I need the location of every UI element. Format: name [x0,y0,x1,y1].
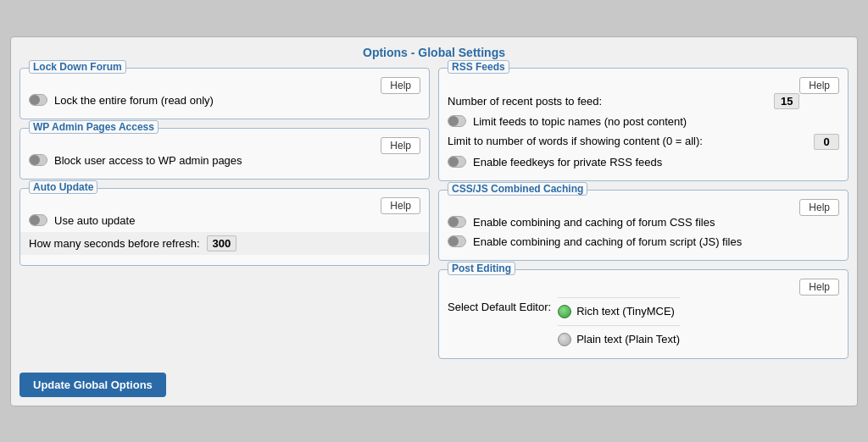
auto-update-toggle[interactable] [29,214,47,226]
editor-select-row: Select Default Editor: Rich text (TinyMC… [448,292,799,350]
bottom-bar: Update Global Options [19,367,849,397]
recent-posts-label: Number of recent posts to feed: [448,95,774,108]
wp-admin-toggle-row: Block user access to WP admin pages [29,151,381,170]
plain-text-icon [558,333,571,346]
limit-topic-toggle-row: Limit feeds to topic names (no post cont… [448,112,839,131]
css-js-title: CSS/JS Combined Caching [448,182,587,196]
limit-words-label: Limit to number of words if showing cont… [448,135,807,149]
page-title: Options - Global Settings [19,46,849,59]
auto-update-label: Use auto update [54,214,135,227]
limit-topic-toggle[interactable] [448,115,466,127]
lock-down-forum-title: Lock Down Forum [29,60,126,74]
auto-update-help-button[interactable]: Help [381,197,420,214]
rss-feeds-content: Number of recent posts to feed: 15 Limit… [448,91,839,172]
css-toggle[interactable] [448,216,466,228]
lock-forum-toggle[interactable] [29,94,47,106]
two-column-layout: Lock Down Forum Help Lock the entire for… [19,68,849,359]
wp-admin-help-button[interactable]: Help [381,137,420,154]
auto-update-content: Use auto update How many seconds before … [29,211,420,255]
plain-text-option[interactable]: Plain text (Plain Text) [558,333,680,346]
main-container: Options - Global Settings Lock Down Foru… [10,36,858,406]
js-label: Enable combining and caching of forum sc… [473,235,742,248]
lock-forum-toggle-row: Lock the entire forum (read only) [29,91,381,110]
recent-posts-value: 15 [774,93,799,109]
lock-down-forum-help-button[interactable]: Help [381,77,420,94]
wp-admin-pages-title: WP Admin Pages Access [29,120,159,134]
recent-posts-row: Number of recent posts to feed: 15 [448,91,799,112]
wp-admin-pages-section: WP Admin Pages Access Help Block user ac… [19,128,430,180]
refresh-seconds-label: How many seconds before refresh: [29,237,200,250]
rss-feeds-section: RSS Feeds Help Number of recent posts to… [438,68,849,181]
post-editing-content: Select Default Editor: Rich text (TinyMC… [448,292,839,350]
css-js-help-button[interactable]: Help [799,199,839,216]
rss-feeds-title: RSS Feeds [448,60,509,74]
limit-words-row: Limit to number of words if showing cont… [448,131,839,152]
lock-down-forum-content: Lock the entire forum (read only) [29,91,420,110]
css-toggle-row: Enable combining and caching of forum CS… [448,213,799,232]
wp-admin-label: Block user access to WP admin pages [54,154,242,167]
css-js-content: Enable combining and caching of forum CS… [448,213,839,251]
css-js-section: CSS/JS Combined Caching Help Enable comb… [438,190,849,261]
right-column: RSS Feeds Help Number of recent posts to… [438,68,849,359]
post-editing-section: Post Editing Help Select Default Editor:… [438,269,849,359]
rich-text-option[interactable]: Rich text (TinyMCE) [558,305,680,318]
auto-update-section: Auto Update Help Use auto update How man… [19,188,430,266]
refresh-seconds-row: How many seconds before refresh: 300 [20,232,429,255]
limit-words-value: 0 [814,134,839,150]
auto-update-title: Auto Update [29,180,97,194]
feedkeys-toggle[interactable] [448,156,466,168]
update-global-options-button[interactable]: Update Global Options [19,373,166,397]
lock-down-forum-section: Lock Down Forum Help Lock the entire for… [19,68,430,119]
js-toggle-row: Enable combining and caching of forum sc… [448,232,839,251]
wp-admin-toggle[interactable] [29,154,47,166]
css-label: Enable combining and caching of forum CS… [473,216,715,229]
refresh-seconds-value: 300 [207,235,237,251]
post-editing-title: Post Editing [448,262,515,275]
wp-admin-content: Block user access to WP admin pages [29,151,420,170]
feedkeys-label: Enable feedkeys for private RSS feeds [473,156,662,169]
editor-options: Rich text (TinyMCE) Plain text (Plain Te… [558,296,680,346]
rich-text-icon [558,305,571,318]
js-toggle[interactable] [448,235,466,247]
post-editing-help-button[interactable]: Help [799,279,839,296]
rich-text-label: Rich text (TinyMCE) [576,305,675,318]
select-editor-label: Select Default Editor: [448,296,551,320]
feedkeys-toggle-row: Enable feedkeys for private RSS feeds [448,152,839,172]
left-column: Lock Down Forum Help Lock the entire for… [19,68,430,359]
limit-topic-label: Limit feeds to topic names (no post cont… [473,115,687,128]
plain-text-label: Plain text (Plain Text) [576,333,680,345]
lock-forum-label: Lock the entire forum (read only) [54,94,214,107]
rss-feeds-help-button[interactable]: Help [799,77,839,94]
auto-update-toggle-row: Use auto update [29,211,381,230]
